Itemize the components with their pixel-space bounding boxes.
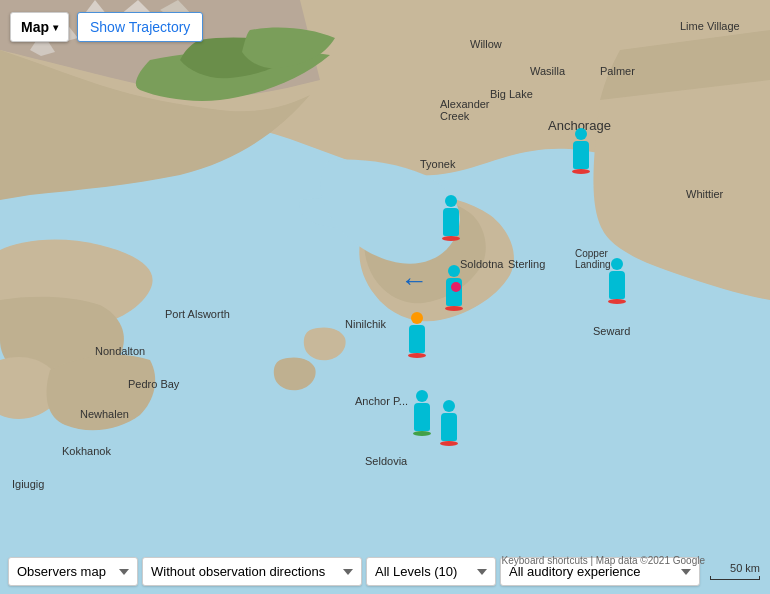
place-anchor-point: Anchor P...: [355, 395, 408, 407]
observer-anchorage[interactable]: [572, 128, 590, 174]
map-dropdown-button[interactable]: Map ▾: [10, 12, 69, 42]
place-ninilchik: Ninilchik: [345, 318, 386, 330]
place-sterling: Sterling: [508, 258, 545, 270]
place-seldovia: Seldovia: [365, 455, 407, 467]
observer-head-orange: [411, 312, 423, 324]
observer-body: [443, 208, 459, 236]
place-pedro-bay: Pedro Bay: [128, 378, 179, 390]
levels-select[interactable]: All Levels (10): [366, 557, 496, 586]
observer-base: [445, 306, 463, 311]
observer-base: [440, 441, 458, 446]
place-nondalton: Nondalton: [95, 345, 145, 357]
observer-head: [443, 400, 455, 412]
observer-right-coast[interactable]: [608, 258, 626, 304]
observer-base: [408, 353, 426, 358]
observer-head: [611, 258, 623, 270]
place-palmer: Palmer: [600, 65, 635, 77]
place-whittier: Whittier: [686, 188, 723, 200]
observer-base: [442, 236, 460, 241]
observation-direction-select[interactable]: Without observation directions: [142, 557, 362, 586]
observer-body: [414, 403, 430, 431]
observer-head: [575, 128, 587, 140]
direction-arrow: ←: [400, 265, 428, 297]
place-port-alsworth: Port Alsworth: [165, 308, 230, 320]
show-trajectory-button[interactable]: Show Trajectory: [77, 12, 203, 42]
place-lime-village: Lime Village: [680, 20, 740, 32]
place-seward: Seward: [593, 325, 630, 337]
observer-base: [572, 169, 590, 174]
observer-head: [416, 390, 428, 402]
map-attribution: Keyboard shortcuts | Map data ©2021 Goog…: [502, 555, 705, 566]
pink-dot: [451, 282, 461, 292]
map-background: [0, 0, 770, 594]
place-copper-landing: CopperLanding: [575, 248, 611, 270]
map-chevron-icon: ▾: [53, 22, 58, 33]
observer-anchor-point-2[interactable]: [440, 400, 458, 446]
observer-anchor-point-1[interactable]: [413, 390, 431, 436]
scale-label: 50 km: [730, 562, 760, 574]
map-container: Willow Wasilla Palmer Big Lake Alexander…: [0, 0, 770, 594]
observer-head: [448, 265, 460, 277]
place-kokhanok: Kokhanok: [62, 445, 111, 457]
place-alexander-creek: AlexanderCreek: [440, 98, 490, 122]
map-button-label: Map: [21, 19, 49, 35]
place-tyonek: Tyonek: [420, 158, 455, 170]
place-igiugig: Igiugig: [12, 478, 44, 490]
observer-base: [608, 299, 626, 304]
observer-head: [445, 195, 457, 207]
observers-map-select[interactable]: Observers map: [8, 557, 138, 586]
place-newhalen: Newhalen: [80, 408, 129, 420]
place-wasilla: Wasilla: [530, 65, 565, 77]
observer-ninilchik[interactable]: [408, 312, 426, 358]
observer-base-green: [413, 431, 431, 436]
place-big-lake: Big Lake: [490, 88, 533, 100]
place-willow: Willow: [470, 38, 502, 50]
observer-mid-water[interactable]: [442, 195, 460, 241]
top-controls: Map ▾ Show Trajectory: [10, 12, 203, 42]
map-scale: 50 km: [710, 562, 760, 580]
place-soldotna: Soldotna: [460, 258, 503, 270]
observer-body: [409, 325, 425, 353]
observer-body: [441, 413, 457, 441]
observer-body: [609, 271, 625, 299]
scale-bar: [710, 576, 760, 580]
observer-body: [573, 141, 589, 169]
